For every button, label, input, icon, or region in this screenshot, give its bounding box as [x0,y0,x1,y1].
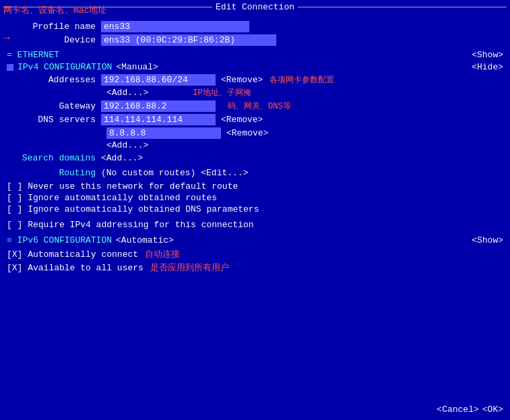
annotation-right2: IP地址、子网掩 [193,88,251,98]
blue-bullet [7,64,13,71]
content-area: → Profile name ens33 Device ens33 (00:0C… [0,13,510,420]
gateway-label: Gateway [7,101,101,111]
ipv4-label: IPv4 CONFIGURATION [18,62,112,72]
routing-value[interactable]: (No custom routes) <Edit...> [101,168,248,178]
ipv4-mode[interactable]: <Manual> [116,62,158,72]
dns-row1: DNS servers 114.114.114.114 <Remove> [7,113,503,125]
address-remove-btn[interactable]: <Remove> [221,75,263,85]
dns-add-row: <Add...> [7,140,503,150]
dns-add-btn[interactable]: <Add...> [106,140,148,150]
ignore-routes-text[interactable]: [ ] Ignore automatically obtained routes [7,193,503,203]
ipv4-config-row: IPv4 CONFIGURATION <Manual> <Hide> [7,62,503,72]
annotation-text: 网卡名、设备名、mac地址 [3,4,106,16]
never-use-row: [ ] Never use this network for default r… [7,181,503,214]
main-container: 网卡名、设备名、mac地址 Edit Connection → Profile … [0,0,510,420]
ipv6-left: = IPv6 CONFIGURATION <Automatic> [7,235,174,245]
ethernet-section: = ETHERNET <Show> [7,50,503,60]
never-use-text[interactable]: [ ] Never use this network for default r… [7,181,503,191]
ok-btn[interactable]: <OK> [482,404,503,415]
ipv6-mode[interactable]: <Automatic> [116,235,174,245]
dns-remove2-btn[interactable]: <Remove> [226,128,268,138]
address-add-btn[interactable]: <Add...> [106,88,148,98]
cancel-btn[interactable]: <Cancel> [437,404,478,415]
ipv6-show-btn[interactable]: <Show> [472,235,503,245]
title-bar-text: Edit Connection [216,2,294,12]
require-ipv4-text[interactable]: [ ] Require IPv4 addressing for this con… [7,220,503,230]
routing-label: Routing [7,168,101,178]
dns-remove1-btn[interactable]: <Remove> [221,115,263,125]
annotation-right3: 码、网关、DNS等 [228,100,291,112]
gateway-value[interactable]: 192.168.88.2 [101,100,216,112]
device-value[interactable]: ens33 (00:0C:29:BF:86:2B) [101,34,276,46]
ipv6-label: = IPv6 CONFIGURATION [7,235,112,245]
device-label: Device [7,35,101,45]
profile-name-row: Profile name ens33 [7,20,503,32]
address-value[interactable]: 192.168.88.60/24 [101,74,216,86]
arrow-icon: → [3,32,10,44]
auto-connect-row: [X] Automatically connect 自动连接 [7,248,503,260]
annotation-users: 是否应用到所有用户 [150,262,229,274]
dns-row2: 8.8.8.8 <Remove> [7,127,503,139]
available-users-row: [X] Available to all users 是否应用到所有用户 [7,262,503,274]
ethernet-show-btn[interactable]: <Show> [472,50,503,60]
addresses-row: Addresses 192.168.88.60/24 <Remove> 各项网卡… [7,73,503,86]
dns-value1[interactable]: 114.114.114.114 [101,114,216,125]
search-domains-row: Search domains <Add...> [7,152,503,164]
title-bar-right-line [298,7,507,7]
arrow-annotation: → [3,32,10,44]
require-ipv4-row: [ ] Require IPv4 addressing for this con… [7,220,503,230]
dns-label: DNS servers [7,115,101,125]
available-users-text[interactable]: [X] Available to all users [7,263,144,273]
profile-name-label: Profile name [7,22,101,32]
profile-name-value[interactable]: ens33 [101,21,249,32]
ipv4-hide-btn[interactable]: <Hide> [472,62,503,72]
dns-value2[interactable]: 8.8.8.8 [106,127,221,139]
ipv6-config-row: = IPv6 CONFIGURATION <Automatic> <Show> [7,235,503,245]
search-domains-value[interactable]: <Add...> [101,153,143,163]
ethernet-label: = ETHERNET [7,50,59,60]
ignore-dns-text[interactable]: [ ] Ignore automatically obtained DNS pa… [7,204,503,214]
addresses-label: Addresses [7,75,101,85]
bottom-buttons: <Cancel> <OK> [437,404,503,415]
gateway-row: Gateway 192.168.88.2 码、网关、DNS等 [7,100,503,112]
annotation-auto: 自动连接 [145,248,180,260]
top-annotation: 网卡名、设备名、mac地址 [0,0,189,20]
ipv4-left: IPv4 CONFIGURATION <Manual> [7,62,158,72]
annotation-right1: 各项网卡参数配置 [269,74,334,86]
device-row: Device ens33 (00:0C:29:BF:86:2B) [7,34,503,46]
address-add-row: <Add...> IP地址、子网掩 [7,87,503,98]
search-domains-label: Search domains [7,153,101,163]
auto-connect-text[interactable]: [X] Automatically connect [7,249,138,260]
routing-row: Routing (No custom routes) <Edit...> [7,167,503,179]
